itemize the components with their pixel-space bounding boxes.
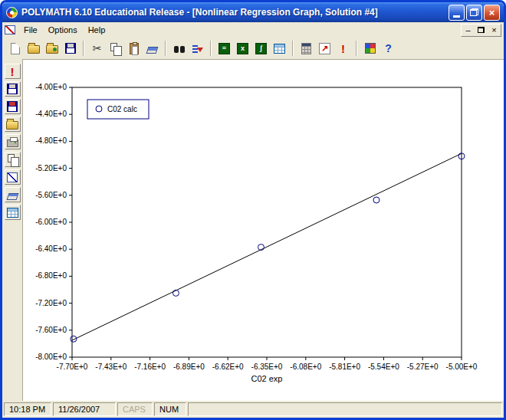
new-button[interactable] bbox=[6, 40, 24, 57]
help-icon: ? bbox=[385, 43, 392, 54]
find-button[interactable] bbox=[170, 40, 188, 57]
child-window-controls: – × bbox=[461, 24, 501, 37]
sort-button[interactable] bbox=[189, 40, 206, 57]
x-tick-label: -5.81E+0 bbox=[329, 363, 360, 371]
calculator-button[interactable] bbox=[297, 40, 315, 57]
y-tick-label: -8.00E+0 bbox=[35, 353, 67, 361]
window-title: POLYMATH 6.10 Educational Release - [Non… bbox=[21, 7, 445, 18]
y-tick-label: -5.20E+0 bbox=[35, 164, 67, 172]
sidebar-open-button[interactable] bbox=[5, 116, 21, 132]
sidebar-print-button[interactable] bbox=[5, 134, 21, 149]
differential-equations-icon: ∫ bbox=[255, 43, 267, 54]
restore-button[interactable] bbox=[466, 5, 482, 21]
main-area: ! -4.00E+0-4.40E+0-4.80E+0-5.20E+0-5.60E… bbox=[2, 59, 504, 401]
find-icon bbox=[173, 46, 186, 54]
statusbar: 10:18 PM 11/26/2007 CAPS NUM bbox=[2, 401, 504, 418]
nonlinear-equations-icon: x bbox=[237, 43, 248, 54]
open-icon bbox=[6, 121, 18, 130]
y-tick-label: -4.00E+0 bbox=[35, 83, 67, 91]
child-close-button[interactable]: × bbox=[488, 25, 501, 36]
status-num: NUM bbox=[154, 402, 186, 416]
legend-label: C02 calc bbox=[107, 105, 137, 113]
nonlinear-equations-button[interactable]: x bbox=[234, 40, 251, 57]
print-icon bbox=[7, 139, 18, 147]
child-restore-icon bbox=[478, 27, 485, 33]
close-icon: × bbox=[489, 7, 495, 18]
y-tick-label: -4.40E+0 bbox=[35, 110, 67, 118]
erase-icon bbox=[146, 47, 159, 54]
y-tick-label: -7.60E+0 bbox=[35, 326, 67, 334]
x-tick-label: -6.35E+0 bbox=[251, 363, 283, 371]
setup-grid-icon bbox=[365, 43, 376, 54]
linear-equations-button[interactable]: = bbox=[215, 40, 233, 57]
sidebar-table-button[interactable] bbox=[5, 205, 21, 220]
export-icon bbox=[7, 101, 18, 112]
graph-sidebar: ! bbox=[2, 59, 22, 401]
import-button[interactable] bbox=[43, 40, 61, 57]
y-tick-label: -6.40E+0 bbox=[35, 244, 67, 253]
run-icon: ! bbox=[341, 43, 345, 54]
sidebar-graph-button[interactable] bbox=[5, 169, 21, 185]
x-tick-label: -7.16E+0 bbox=[134, 363, 166, 371]
x-tick-label: -7.43E+0 bbox=[95, 363, 127, 371]
setup-button[interactable] bbox=[361, 40, 379, 57]
x-tick-label: -6.62E+0 bbox=[212, 363, 244, 371]
calculator-icon bbox=[301, 43, 311, 54]
copy-icon bbox=[110, 43, 117, 51]
copy-button[interactable] bbox=[107, 40, 124, 57]
y-tick-label: -5.60E+0 bbox=[35, 191, 67, 199]
paste-button[interactable] bbox=[125, 40, 143, 57]
status-spacer bbox=[188, 402, 502, 416]
sidebar-copy-button[interactable] bbox=[5, 152, 21, 167]
import-icon bbox=[46, 45, 58, 54]
minimize-button[interactable] bbox=[449, 5, 465, 21]
x-tick-label: -5.27E+0 bbox=[407, 363, 439, 371]
paste-icon bbox=[130, 43, 139, 54]
app-window: POLYMATH 6.10 Educational Release - [Non… bbox=[0, 0, 506, 420]
x-tick-label: -7.70E+0 bbox=[57, 363, 88, 371]
run-button[interactable]: ! bbox=[334, 40, 352, 57]
plot-frame bbox=[72, 87, 462, 357]
unit-conversion-icon: ↗ bbox=[319, 43, 330, 54]
linear-equations-icon: = bbox=[219, 43, 230, 54]
nonlinear-regression-plot: -4.00E+0-4.40E+0-4.80E+0-5.20E+0-5.60E+0… bbox=[23, 60, 503, 397]
cut-button[interactable]: ✂ bbox=[88, 40, 106, 57]
y-tick-label: -7.20E+0 bbox=[35, 299, 67, 307]
toolbar-separator bbox=[356, 41, 357, 56]
status-time: 10:18 PM bbox=[4, 402, 51, 416]
sidebar-erase-button[interactable] bbox=[5, 187, 21, 202]
y-tick-label: -4.80E+0 bbox=[35, 136, 67, 145]
menu-options[interactable]: Options bbox=[43, 23, 83, 37]
restore-icon bbox=[470, 8, 478, 16]
x-tick-label: -6.89E+0 bbox=[173, 363, 205, 371]
regression-table-icon bbox=[274, 44, 285, 54]
help-button[interactable]: ? bbox=[380, 40, 397, 57]
x-tick-label: -5.00E+0 bbox=[446, 363, 478, 371]
menu-file[interactable]: File bbox=[18, 23, 43, 37]
toolbar-separator bbox=[83, 41, 84, 56]
menubar: File Options Help – × bbox=[2, 22, 504, 38]
sidebar-export-button[interactable] bbox=[5, 99, 21, 114]
status-date: 11/26/2007 bbox=[53, 402, 116, 416]
regression-table-button[interactable] bbox=[271, 40, 288, 57]
toolbar-separator bbox=[292, 41, 294, 56]
save-icon bbox=[65, 43, 76, 54]
unit-conversion-button[interactable]: ↗ bbox=[316, 40, 334, 57]
save-button[interactable] bbox=[61, 40, 79, 57]
close-button[interactable]: × bbox=[484, 5, 500, 21]
toolbar-separator bbox=[210, 41, 212, 56]
menu-help[interactable]: Help bbox=[83, 23, 111, 37]
differential-equations-button[interactable]: ∫ bbox=[252, 40, 270, 57]
erase-button[interactable] bbox=[143, 40, 161, 57]
child-restore-button[interactable] bbox=[475, 25, 488, 36]
toolbar-separator bbox=[165, 41, 166, 56]
cut-icon: ✂ bbox=[93, 43, 102, 54]
x-tick-label: -5.54E+0 bbox=[368, 363, 399, 371]
graph-icon bbox=[7, 172, 18, 182]
sidebar-save-button[interactable] bbox=[5, 81, 21, 97]
sidebar-run-button[interactable]: ! bbox=[5, 64, 21, 79]
chart-area: -4.00E+0-4.40E+0-4.80E+0-5.20E+0-5.60E+0… bbox=[22, 59, 504, 401]
child-minimize-button[interactable]: – bbox=[462, 25, 475, 36]
polymath-app-icon bbox=[6, 7, 18, 18]
open-button[interactable] bbox=[25, 40, 42, 57]
